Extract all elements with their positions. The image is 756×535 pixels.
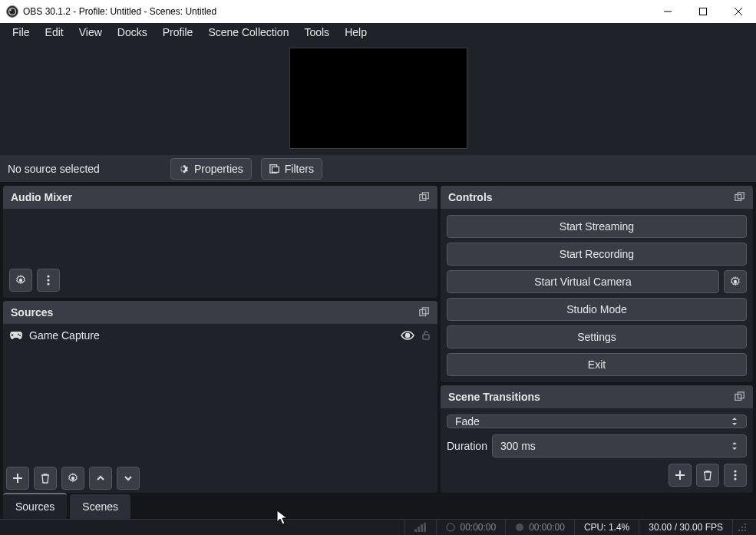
preview-area	[0, 41, 756, 155]
start-recording-button[interactable]: Start Recording	[447, 243, 747, 266]
status-rec-cell: 00:00:00	[505, 520, 574, 535]
svg-point-35	[734, 477, 736, 480]
start-virtual-camera-button[interactable]: Start Virtual Camera	[447, 270, 719, 293]
svg-point-47	[744, 523, 746, 525]
trash-icon	[40, 473, 51, 484]
plus-icon	[12, 473, 23, 484]
filters-button[interactable]: Filters	[261, 158, 322, 180]
move-source-down-button[interactable]	[117, 467, 140, 490]
window-maximize-button[interactable]	[685, 0, 721, 23]
window-close-button[interactable]	[721, 0, 756, 23]
status-fps-cell: 30.00 / 30.00 FPS	[639, 520, 732, 535]
duration-value: 300 ms	[500, 440, 536, 452]
audio-mixer-title: Audio Mixer	[11, 191, 72, 203]
transitions-toolbar	[447, 464, 747, 487]
start-streaming-button[interactable]: Start Streaming	[447, 215, 747, 238]
select-spinner-icon	[731, 416, 738, 427]
controls-panel: Controls Start Streaming Start Recording…	[441, 186, 753, 382]
svg-point-25	[71, 477, 74, 480]
properties-button[interactable]: Properties	[170, 158, 252, 180]
remove-source-button[interactable]	[34, 467, 57, 490]
chevron-up-icon	[96, 474, 105, 483]
trash-icon	[702, 470, 713, 481]
sources-list[interactable]: Game Capture	[3, 324, 437, 464]
settings-button[interactable]: Settings	[447, 325, 747, 348]
svg-point-13	[47, 279, 49, 281]
svg-rect-37	[418, 527, 420, 532]
svg-point-45	[738, 530, 740, 531]
add-source-button[interactable]	[6, 467, 29, 490]
audio-mixer-panel: Audio Mixer	[3, 186, 437, 298]
fps-value: 30.00 / 30.00 FPS	[649, 522, 723, 533]
audio-menu-button[interactable]	[37, 269, 60, 292]
scene-transitions-header[interactable]: Scene Transitions	[441, 385, 753, 408]
audio-mixer-header[interactable]: Audio Mixer	[3, 186, 437, 209]
window-minimize-button[interactable]	[650, 0, 685, 23]
source-properties-button[interactable]	[61, 467, 84, 490]
tab-scenes[interactable]: Scenes	[70, 494, 130, 519]
resize-grip[interactable]	[732, 520, 751, 535]
menu-view[interactable]: View	[71, 23, 110, 41]
controls-header[interactable]: Controls	[441, 186, 753, 209]
source-item-label: Game Capture	[29, 329, 100, 342]
popout-icon[interactable]	[735, 391, 745, 402]
add-transition-button[interactable]	[669, 464, 692, 487]
status-bar: 00:00:00 00:00:00 CPU: 1.4% 30.00 / 30.0…	[0, 519, 756, 535]
menu-profile[interactable]: Profile	[155, 23, 201, 41]
audio-mixer-toolbar	[6, 266, 434, 295]
studio-mode-button[interactable]: Studio Mode	[447, 298, 747, 321]
svg-rect-4	[700, 8, 707, 15]
menu-edit[interactable]: Edit	[38, 23, 71, 41]
transition-selected-value: Fade	[455, 415, 480, 428]
menu-help[interactable]: Help	[337, 23, 375, 41]
cpu-value: CPU: 1.4%	[584, 522, 629, 533]
remove-transition-button[interactable]	[696, 464, 719, 487]
move-source-up-button[interactable]	[89, 467, 112, 490]
popout-icon[interactable]	[735, 192, 745, 203]
stepper-icon[interactable]	[731, 441, 738, 451]
bars-icon	[414, 523, 427, 532]
sources-header[interactable]: Sources	[3, 301, 437, 324]
lock-icon[interactable]	[421, 330, 431, 341]
svg-point-19	[18, 334, 19, 335]
menu-docks[interactable]: Docks	[110, 23, 155, 41]
live-time-value: 00:00:00	[460, 522, 496, 533]
gear-icon	[15, 275, 26, 286]
resize-grip-icon	[738, 523, 747, 532]
virtual-camera-settings-button[interactable]	[724, 270, 747, 293]
popout-icon[interactable]	[419, 307, 430, 318]
eye-icon[interactable]	[401, 330, 414, 341]
duration-input[interactable]: 300 ms	[492, 434, 747, 457]
svg-point-42	[744, 530, 746, 531]
dock-tabs: Sources Scenes	[0, 493, 756, 519]
transition-menu-button[interactable]	[724, 464, 747, 487]
sources-title: Sources	[11, 306, 53, 319]
svg-rect-36	[414, 529, 417, 532]
filters-label: Filters	[285, 163, 314, 175]
preview-canvas[interactable]	[289, 48, 467, 149]
svg-point-33	[734, 470, 736, 472]
tab-sources[interactable]: Sources	[3, 493, 67, 519]
svg-point-43	[741, 530, 743, 531]
kebab-icon	[47, 275, 50, 286]
exit-button[interactable]: Exit	[447, 353, 747, 376]
status-cpu-cell: CPU: 1.4%	[574, 520, 639, 535]
menu-scene-collection[interactable]: Scene Collection	[200, 23, 296, 41]
audio-advanced-button[interactable]	[9, 269, 32, 292]
status-network-cell	[404, 520, 436, 535]
transition-select[interactable]: Fade	[447, 414, 747, 428]
plus-icon	[675, 470, 685, 481]
source-selection-status: No source selected	[8, 163, 161, 175]
source-item-game-capture[interactable]: Game Capture	[3, 324, 437, 347]
menu-tools[interactable]: Tools	[296, 23, 337, 41]
obs-app-icon	[6, 5, 18, 18]
svg-rect-22	[423, 335, 429, 339]
menu-file[interactable]: File	[5, 23, 38, 41]
rec-time-value: 00:00:00	[529, 522, 565, 533]
svg-rect-8	[272, 167, 279, 172]
popout-icon[interactable]	[419, 192, 430, 203]
svg-point-14	[47, 282, 49, 285]
status-live-cell: 00:00:00	[436, 520, 505, 535]
gear-icon	[179, 163, 190, 174]
svg-point-2	[9, 9, 12, 12]
